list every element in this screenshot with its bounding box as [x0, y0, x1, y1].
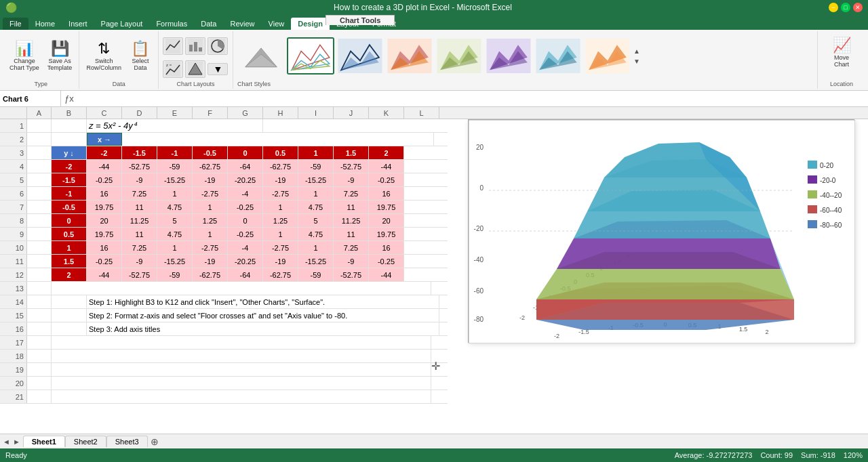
- cell-a2[interactable]: [27, 133, 52, 146]
- sheet-tab-2[interactable]: Sheet2: [65, 436, 106, 447]
- ready-status: Ready: [5, 451, 27, 459]
- cell-c2[interactable]: x →: [87, 133, 122, 146]
- cell-b3[interactable]: y ↓: [52, 146, 87, 159]
- chart-layout-1[interactable]: [163, 37, 183, 55]
- chart-layout-more[interactable]: ▼: [208, 63, 228, 75]
- svg-text:-2: -2: [554, 333, 559, 339]
- chart-styles-down[interactable]: ▼: [633, 58, 640, 65]
- svg-text:20: 20: [476, 144, 484, 151]
- cell-h3[interactable]: 0.5: [263, 146, 298, 159]
- formula-input[interactable]: [77, 95, 868, 103]
- cell-e3[interactable]: -1: [157, 146, 193, 159]
- tab-design[interactable]: Design: [291, 18, 330, 30]
- tabs-scroll-left[interactable]: ◄: [3, 438, 10, 446]
- minimize-button[interactable]: –: [829, 3, 838, 12]
- sheet-tab-1[interactable]: Sheet1: [23, 436, 65, 447]
- svg-rect-78: [808, 205, 817, 213]
- chart-style-4[interactable]: [386, 37, 433, 75]
- status-average: Average: -9.272727273: [675, 451, 753, 459]
- cell-d4[interactable]: -52.75: [122, 160, 157, 173]
- cell-i3[interactable]: 1: [298, 146, 334, 159]
- table-row: 9 0.5 19.75 11 4.75 1 -0.25 1 4.75 11 19…: [0, 228, 448, 241]
- svg-text:-60: -60: [474, 287, 484, 295]
- cell-f4[interactable]: -62.75: [193, 160, 228, 173]
- table-row: 7 -0.5 19.75 11 4.75 1 -0.25 1 4.75 11 1…: [0, 201, 448, 214]
- tab-page-layout[interactable]: Page Layout: [94, 18, 150, 30]
- add-sheet-button[interactable]: ⊕: [151, 436, 159, 447]
- cell-f3[interactable]: -0.5: [193, 146, 228, 159]
- svg-rect-4: [199, 47, 202, 51]
- cell-c3[interactable]: -2: [87, 146, 122, 159]
- ribbon-group-type: 📊 ChangeChart Type 💾 Save AsTemplate Typ…: [3, 31, 79, 89]
- tab-home[interactable]: Home: [28, 18, 62, 30]
- cell-h4[interactable]: -62.75: [263, 160, 298, 173]
- cell-k4[interactable]: -44: [369, 160, 404, 173]
- chart-layout-4[interactable]: z =: [163, 60, 183, 78]
- table-row: 21: [0, 390, 448, 404]
- name-box[interactable]: Chart 6: [0, 91, 61, 106]
- svg-text:0: 0: [479, 184, 484, 192]
- chart-layout-5[interactable]: [185, 60, 205, 78]
- chart-layout-2[interactable]: [185, 37, 205, 55]
- chart-style-5[interactable]: [435, 37, 483, 75]
- col-header-l: L: [404, 107, 439, 119]
- chart-style-3[interactable]: [336, 37, 384, 75]
- chart-tools-banner: Chart Tools: [326, 15, 395, 25]
- select-data-icon: 📋: [131, 41, 149, 56]
- svg-rect-3: [194, 42, 197, 51]
- chart-svg: 20 0 -20 -40 -60 -80 -2 -1.5 -1 -0.5 0 0…: [469, 120, 855, 343]
- tab-file[interactable]: File: [3, 18, 28, 30]
- cell-b4[interactable]: -2: [52, 160, 87, 173]
- chart-style-2[interactable]: [287, 37, 334, 75]
- cell-d2-spread[interactable]: [122, 133, 434, 146]
- cell-b1[interactable]: [52, 119, 87, 132]
- cell-d3[interactable]: -1.5: [122, 146, 157, 159]
- svg-rect-74: [808, 175, 817, 184]
- chart-layout-3[interactable]: [208, 37, 228, 55]
- svg-text:-20: -20: [474, 225, 484, 232]
- cell-j3[interactable]: 1.5: [334, 146, 369, 159]
- tabs-scroll-right[interactable]: ►: [13, 438, 20, 446]
- sheet-tab-3[interactable]: Sheet3: [106, 436, 148, 447]
- sheet-tabs-bar: ◄ ► Sheet1 Sheet2 Sheet3 ⊕: [0, 434, 868, 448]
- select-data-button[interactable]: 📋 SelectData: [127, 40, 154, 72]
- change-chart-type-button[interactable]: 📊 ChangeChart Type: [7, 40, 42, 72]
- move-chart-button[interactable]: 📈 MoveChart: [828, 35, 855, 69]
- svg-text:-40: -40: [474, 256, 484, 264]
- save-as-template-button[interactable]: 💾 Save AsTemplate: [45, 40, 75, 72]
- chart-style-8[interactable]: [584, 37, 631, 75]
- cell-i4[interactable]: -59: [298, 160, 334, 173]
- tab-view[interactable]: View: [262, 18, 292, 30]
- cell-b2[interactable]: [52, 133, 87, 146]
- maximize-button[interactable]: □: [841, 3, 850, 12]
- chart-style-7[interactable]: [534, 37, 582, 75]
- chart-style-1[interactable]: [237, 37, 285, 75]
- zoom-level[interactable]: 120%: [844, 451, 863, 459]
- type-group-label: Type: [34, 79, 47, 87]
- tab-formulas[interactable]: Formulas: [149, 18, 194, 30]
- cell-g3[interactable]: 0: [228, 146, 263, 159]
- table-row: 4 -2 -44 -52.75 -59 -62.75 -64 -62.75 -5…: [0, 160, 448, 173]
- chart-area[interactable]: 20 0 -20 -40 -60 -80 -2 -1.5 -1 -0.5 0 0…: [468, 119, 854, 343]
- switch-row-column-button[interactable]: ⇅ SwitchRow/Column: [83, 40, 124, 72]
- cell-e4[interactable]: -59: [157, 160, 193, 173]
- spreadsheet-grid: 1 z = 5x² - 4y⁴ 2 x → 3 y ↓ -2 -1.5 -1: [0, 119, 448, 404]
- chart-style-6[interactable]: [485, 37, 532, 75]
- cell-a1[interactable]: [27, 119, 52, 132]
- move-chart-group-label: Location: [830, 79, 853, 87]
- cell-j4[interactable]: -52.75: [334, 160, 369, 173]
- tab-data[interactable]: Data: [194, 18, 223, 30]
- cell-a4[interactable]: [27, 160, 52, 173]
- svg-text:-80--60: -80--60: [820, 222, 842, 229]
- move-chart-icon: 📈: [833, 37, 851, 54]
- cell-a3[interactable]: [27, 146, 52, 159]
- row-num-5: 5: [0, 173, 27, 186]
- cell-g4[interactable]: -64: [228, 160, 263, 173]
- cell-c4[interactable]: -44: [87, 160, 122, 173]
- tab-review[interactable]: Review: [223, 18, 261, 30]
- close-button[interactable]: ✕: [853, 3, 863, 12]
- cell-c1[interactable]: z = 5x² - 4y⁴: [87, 119, 263, 132]
- tab-insert[interactable]: Insert: [62, 18, 94, 30]
- cell-k3[interactable]: 2: [369, 146, 404, 159]
- chart-styles-up[interactable]: ▲: [633, 47, 640, 55]
